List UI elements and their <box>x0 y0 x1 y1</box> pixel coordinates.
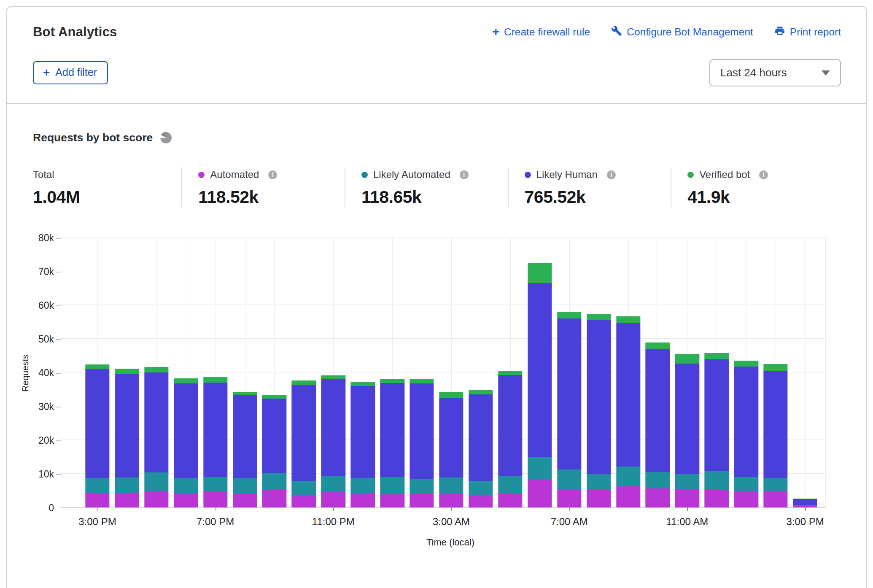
bar-segment-automated[interactable] <box>439 494 463 507</box>
stacked-bar[interactable] <box>763 364 787 507</box>
bar-segment-likely-automated[interactable] <box>410 479 434 494</box>
stacked-bar[interactable] <box>203 377 227 507</box>
bar-segment-verified-bot[interactable] <box>144 367 168 372</box>
bar-segment-verified-bot[interactable] <box>351 382 375 386</box>
add-filter-button[interactable]: + Add filter <box>33 61 108 84</box>
stacked-bar[interactable] <box>439 392 463 507</box>
stacked-bar[interactable] <box>734 361 758 507</box>
bar-segment-likely-automated[interactable] <box>557 469 581 489</box>
print-report-link[interactable]: Print report <box>774 25 841 39</box>
stacked-bar[interactable] <box>616 316 640 507</box>
stacked-bar[interactable] <box>233 392 257 507</box>
bar-segment-likely-automated[interactable] <box>439 477 463 494</box>
bar-segment-verified-bot[interactable] <box>439 392 463 398</box>
bar-segment-verified-bot[interactable] <box>85 364 109 369</box>
bar-segment-automated[interactable] <box>410 494 434 507</box>
bar-segment-likely-human[interactable] <box>380 383 404 477</box>
info-icon[interactable]: i <box>759 170 768 179</box>
stacked-bar[interactable] <box>469 390 493 507</box>
bar-segment-verified-bot[interactable] <box>233 392 257 395</box>
bar-segment-likely-automated[interactable] <box>734 477 758 491</box>
bar-segment-likely-automated[interactable] <box>321 476 345 491</box>
bar-segment-automated[interactable] <box>587 490 611 507</box>
bar-segment-likely-human[interactable] <box>292 385 316 482</box>
time-range-select[interactable]: Last 24 hours <box>709 59 841 86</box>
bar-segment-likely-human[interactable] <box>498 375 522 477</box>
bar-segment-likely-automated[interactable] <box>675 474 699 489</box>
bar-segment-likely-human[interactable] <box>351 386 375 478</box>
bar-segment-likely-human[interactable] <box>115 374 139 477</box>
bar-segment-automated[interactable] <box>557 489 581 507</box>
bar-segment-verified-bot[interactable] <box>705 353 729 359</box>
stacked-bar[interactable] <box>144 367 168 507</box>
stacked-bar[interactable] <box>115 369 139 507</box>
bar-segment-likely-automated[interactable] <box>616 467 640 486</box>
bar-segment-likely-human[interactable] <box>321 379 345 476</box>
bar-segment-automated[interactable] <box>793 506 817 507</box>
bar-segment-likely-human[interactable] <box>174 383 198 479</box>
bar-segment-likely-human[interactable] <box>528 283 552 457</box>
stacked-bar[interactable] <box>557 312 581 507</box>
bar-segment-automated[interactable] <box>144 491 168 507</box>
create-firewall-rule-link[interactable]: + Create firewall rule <box>493 25 590 39</box>
bar-segment-automated[interactable] <box>528 480 552 507</box>
bar-segment-automated[interactable] <box>380 494 404 507</box>
bar-segment-automated[interactable] <box>705 490 729 507</box>
bar-segment-likely-automated[interactable] <box>587 474 611 490</box>
bar-segment-automated[interactable] <box>616 486 640 507</box>
bar-segment-likely-automated[interactable] <box>233 478 257 494</box>
bar-segment-verified-bot[interactable] <box>203 377 227 383</box>
bar-segment-verified-bot[interactable] <box>380 379 404 383</box>
bar-segment-likely-human[interactable] <box>557 318 581 469</box>
bar-segment-likely-automated[interactable] <box>646 472 670 488</box>
bar-segment-likely-automated[interactable] <box>174 478 198 493</box>
bar-segment-automated[interactable] <box>233 494 257 507</box>
info-icon[interactable]: i <box>460 170 469 179</box>
bar-segment-likely-human[interactable] <box>734 367 758 477</box>
bar-segment-automated[interactable] <box>262 490 286 507</box>
bar-segment-likely-human[interactable] <box>763 371 787 478</box>
bar-segment-automated[interactable] <box>734 491 758 507</box>
stacked-bar[interactable] <box>646 343 670 507</box>
bar-segment-automated[interactable] <box>292 495 316 507</box>
stacked-bar[interactable] <box>174 378 198 507</box>
bar-segment-verified-bot[interactable] <box>587 314 611 320</box>
stacked-bar[interactable] <box>262 395 286 507</box>
bar-segment-verified-bot[interactable] <box>734 361 758 367</box>
stacked-bar[interactable] <box>380 379 404 507</box>
bar-segment-verified-bot[interactable] <box>469 390 493 394</box>
bar-segment-likely-human[interactable] <box>675 364 699 474</box>
bar-segment-likely-human[interactable] <box>439 398 463 477</box>
stacked-bar[interactable] <box>528 263 552 507</box>
stacked-bar[interactable] <box>498 371 522 507</box>
bar-segment-automated[interactable] <box>321 491 345 507</box>
bar-segment-likely-human[interactable] <box>616 323 640 467</box>
bar-segment-likely-human[interactable] <box>233 395 257 477</box>
stacked-bar[interactable] <box>292 380 316 507</box>
bar-segment-likely-automated[interactable] <box>85 478 109 493</box>
bar-segment-likely-human[interactable] <box>410 383 434 479</box>
bar-segment-automated[interactable] <box>469 495 493 507</box>
bar-segment-likely-human[interactable] <box>85 369 109 478</box>
bar-segment-likely-human[interactable] <box>587 320 611 474</box>
bar-segment-likely-human[interactable] <box>262 399 286 473</box>
bar-segment-automated[interactable] <box>351 493 375 507</box>
bar-segment-verified-bot[interactable] <box>321 375 345 379</box>
bar-segment-automated[interactable] <box>763 491 787 507</box>
bar-segment-automated[interactable] <box>646 488 670 507</box>
bar-segment-likely-automated[interactable] <box>528 457 552 480</box>
bar-segment-verified-bot[interactable] <box>262 395 286 399</box>
bar-segment-automated[interactable] <box>85 493 109 507</box>
bar-segment-verified-bot[interactable] <box>675 354 699 364</box>
bar-segment-verified-bot[interactable] <box>528 263 552 283</box>
bar-segment-likely-automated[interactable] <box>203 477 227 492</box>
bar-segment-likely-automated[interactable] <box>469 481 493 495</box>
stat-likely-human[interactable]: Likely Human i 765.52k <box>508 167 671 207</box>
info-icon[interactable]: i <box>268 170 277 179</box>
bar-segment-verified-bot[interactable] <box>557 312 581 318</box>
bar-segment-likely-automated[interactable] <box>763 478 787 492</box>
bar-segment-verified-bot[interactable] <box>174 378 198 383</box>
stacked-bar[interactable] <box>675 354 699 507</box>
bar-segment-automated[interactable] <box>498 494 522 507</box>
configure-bot-management-link[interactable]: Configure Bot Management <box>611 25 753 39</box>
